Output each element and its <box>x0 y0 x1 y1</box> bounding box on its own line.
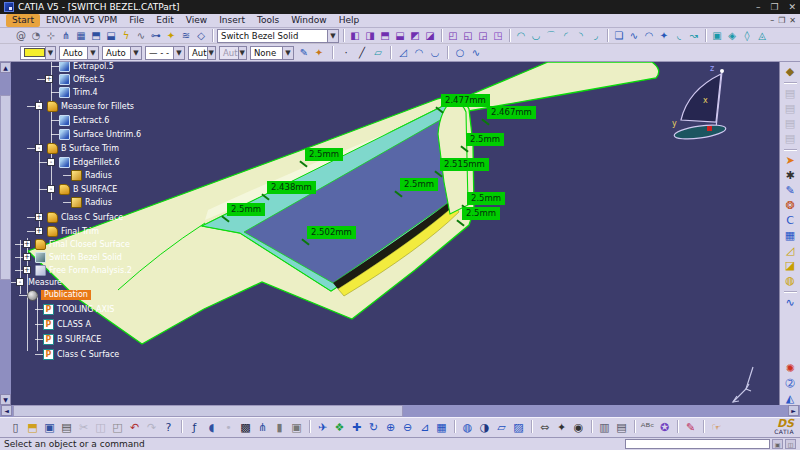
swept-icon[interactable]: ◞ <box>589 29 603 43</box>
hand-icon[interactable]: ☞ <box>709 420 724 436</box>
fly-mode-icon[interactable]: ✱ <box>783 169 798 182</box>
bolt-icon[interactable]: ✦ <box>554 420 569 436</box>
tree-item-class-c-surface[interactable]: PClass C Surface <box>43 348 119 360</box>
3d-viewport[interactable]: z x y 2.477mm2.467mm2.5mm2.515mm2.5mm2.5… <box>0 62 779 405</box>
tree-node-label[interactable]: Radius <box>85 198 112 207</box>
menu-item-insert[interactable]: Insert <box>213 14 251 27</box>
maximize-button[interactable]: ❐ <box>770 2 778 12</box>
menu-item-file[interactable]: File <box>123 14 150 27</box>
fill-icon[interactable]: ❏ <box>612 29 626 43</box>
linetype-combo[interactable]: — - -▼ <box>145 46 185 60</box>
tree-item-extract-6[interactable]: Extract.6 <box>59 114 109 126</box>
tree-item-extrapol-5[interactable]: Extrapol.5 <box>59 62 114 72</box>
tree-item-radius[interactable]: Radius <box>71 196 112 208</box>
custom-view-icon[interactable]: ▨ <box>511 420 526 436</box>
grid-b-icon[interactable]: ▤ <box>614 420 629 436</box>
sketcher-icon[interactable]: ✎ <box>783 184 798 197</box>
wireframe-icon[interactable]: ▱ <box>494 420 509 436</box>
tree-node-label[interactable]: Extract.6 <box>73 116 109 125</box>
menu-item-enovia-v5-vpm[interactable]: ENOVIA V5 VPM <box>40 14 123 27</box>
measure-label-6[interactable]: 2.5mm <box>462 207 500 220</box>
rename-abc-icon[interactable]: ᴬᴮᶜ <box>640 420 655 436</box>
tree-node-label[interactable]: B SURFACE <box>57 335 101 344</box>
zoom-in-icon[interactable]: ⊕ <box>383 420 398 436</box>
tree-node-label[interactable]: Trim.4 <box>73 88 98 97</box>
tree-item-publication[interactable]: Publication <box>27 289 91 301</box>
connect-curve-icon[interactable]: ◠ <box>412 46 426 60</box>
tree-scrollbar[interactable]: ▲ ▼ <box>0 62 11 405</box>
fit-all-icon[interactable]: ❖ <box>332 420 347 436</box>
chevron-down-icon[interactable]: ▼ <box>45 47 55 59</box>
ball-icon[interactable]: ✪ <box>657 420 672 436</box>
help-icon[interactable]: ? <box>161 420 176 436</box>
measure-between-icon[interactable]: ◿ <box>783 244 798 257</box>
linewidth-combo[interactable]: Auto▼ <box>102 46 142 60</box>
opacity-combo[interactable]: Auto▼ <box>59 46 99 60</box>
box-a-icon[interactable]: ⬒ <box>89 29 103 43</box>
tree-scrollbar-thumb[interactable] <box>0 95 11 280</box>
save-icon[interactable]: ▣ <box>42 420 57 436</box>
translate-surf-icon[interactable]: ◟ <box>672 29 686 43</box>
scroll-left-button[interactable]: ◄ <box>1 405 12 416</box>
chevron-down-icon[interactable]: ▼ <box>327 30 338 42</box>
zoom-out-icon[interactable]: ⊖ <box>400 420 415 436</box>
menu-item-window[interactable]: Window <box>285 14 333 27</box>
tree-expander[interactable]: + <box>23 240 31 248</box>
draft-analysis-icon[interactable]: ➁ <box>783 377 798 390</box>
sew-surface-icon[interactable]: ◲ <box>476 29 490 43</box>
pencil-curve-icon[interactable]: ✎ <box>683 420 698 436</box>
quick-views-icon[interactable]: ▦ <box>434 420 449 436</box>
catalog-icon[interactable]: C <box>783 214 798 227</box>
status-button-a[interactable]: ▣ <box>772 439 783 449</box>
tree-item-final-trim[interactable]: +Final Trim <box>47 225 99 237</box>
tree-item-radius[interactable]: Radius <box>71 169 112 181</box>
tree-item-b-surface-trim[interactable]: -B Surface Trim <box>47 142 119 154</box>
shaft-icon[interactable]: ⬒ <box>378 29 392 43</box>
measure-label-1[interactable]: 2.467mm <box>487 106 536 119</box>
measure-label-8[interactable]: 2.438mm <box>267 181 316 194</box>
line-icon[interactable]: ╱ <box>355 46 369 60</box>
tree-expander[interactable]: + <box>23 266 31 274</box>
offset-b-icon[interactable]: ◝ <box>574 29 588 43</box>
multi-section-icon[interactable]: ∿ <box>627 29 641 43</box>
structure-tree-icon[interactable]: ⋔ <box>59 29 73 43</box>
tree-node-label[interactable]: B Surface Trim <box>61 144 119 153</box>
tree-item-free-form-analysis-2[interactable]: +Free Form Analysis.2 <box>35 264 132 276</box>
menu-item-edit[interactable]: Edit <box>150 14 179 27</box>
box-b-icon[interactable]: ⬓ <box>104 29 118 43</box>
circle-icon[interactable]: ○ <box>453 46 467 60</box>
minimize-button[interactable]: – <box>756 2 761 12</box>
measure-label-5[interactable]: 2.5mm <box>467 192 505 205</box>
conic-icon[interactable]: ◡ <box>428 46 442 60</box>
lock-icon[interactable]: ▮ <box>272 420 287 436</box>
mdi-restore-button[interactable]: ❐ <box>778 16 785 25</box>
adjust-icon[interactable]: ✦ <box>657 29 671 43</box>
tree-node-label[interactable]: Measure <box>28 278 62 287</box>
tree-node-label[interactable]: TOOLING AXIS <box>57 305 114 314</box>
tree-node-label[interactable]: B SURFACE <box>73 185 117 194</box>
scroll-down-button[interactable]: ▼ <box>0 394 11 405</box>
measure-label-7[interactable]: 2.5mm <box>305 148 343 161</box>
normal-view-icon[interactable]: ⊿ <box>417 420 432 436</box>
curve-analysis-icon[interactable]: ∿ <box>783 296 798 309</box>
measure-label-10[interactable]: 2.502mm <box>307 226 356 239</box>
tree-item-measure-for-fillets[interactable]: -Measure for Fillets <box>47 100 134 112</box>
new-icon[interactable]: ▯ <box>8 420 23 436</box>
measure-item-icon[interactable]: ◪ <box>783 259 798 272</box>
mdi-minimize-button[interactable]: – <box>770 16 774 25</box>
blend-icon[interactable]: ◠ <box>642 29 656 43</box>
extrude-icon[interactable]: ◠ <box>514 29 528 43</box>
tree-item-tooling-axis[interactable]: PTOOLING AXIS <box>43 303 114 315</box>
work-grid-icon[interactable]: ▦ <box>74 29 88 43</box>
open-icon[interactable]: ⬒ <box>25 420 40 436</box>
tree-item-edgefillet-6[interactable]: -EdgeFillet.6 <box>59 156 120 168</box>
tree-expander[interactable]: + <box>45 75 53 83</box>
tree-node-label[interactable]: Publication <box>41 290 91 300</box>
measure-label-9[interactable]: 2.5mm <box>227 203 265 216</box>
offset-a-icon[interactable]: ◜ <box>559 29 573 43</box>
boundary-icon[interactable]: ◊ <box>740 29 754 43</box>
tree-item-class-a[interactable]: PCLASS A <box>43 318 91 330</box>
color-combo[interactable]: ▼ <box>20 46 56 60</box>
tree-item-surface-untrim-6[interactable]: Surface Untrim.6 <box>59 128 141 140</box>
tree-node-label[interactable]: CLASS A <box>57 320 91 329</box>
